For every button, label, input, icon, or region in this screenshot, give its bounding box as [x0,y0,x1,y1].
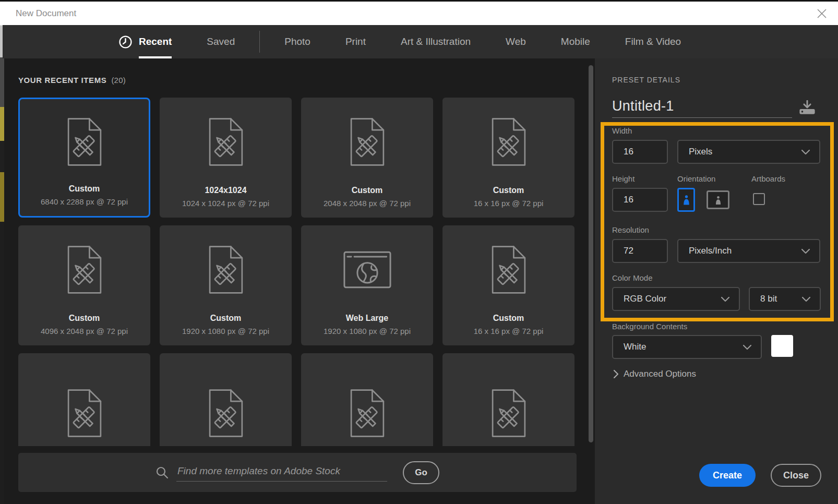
template-name: Custom [493,186,524,195]
save-preset-icon[interactable] [799,100,816,115]
dialog-titlebar: New Document [0,2,838,26]
resolution-value[interactable] [624,246,655,256]
background-artifact [0,107,4,141]
template-card[interactable]: Custom 6840 x 2288 px @ 72 ppi [18,98,150,218]
height-input[interactable] [612,188,668,212]
close-button[interactable]: Close [771,464,821,487]
document-icon [63,389,106,438]
template-spec: 1920 x 1080 px @ 72 ppi [182,327,269,335]
recent-items-count: (20) [111,76,125,85]
tab-divider [259,31,260,53]
template-card[interactable]: Custom 2048 x 2048 px @ 72 ppi [301,98,433,218]
template-card[interactable]: Web Large 1920 x 1080 px @ 72 ppi [301,225,433,345]
resolution-unit-dropdown[interactable]: Pixels/Inch [677,239,820,263]
category-tabbar: Recent Saved Photo Print Art & Illustrat… [3,25,838,58]
template-name: 1024x1024 [205,186,246,195]
template-card-clipped[interactable] [442,353,574,446]
tab-web[interactable]: Web [506,25,526,58]
preset-details-heading: PRESET DETAILS [612,76,680,84]
document-icon [63,117,106,166]
document-icon [487,389,530,438]
template-card[interactable]: Custom 16 x 16 px @ 72 ppi [442,225,574,345]
go-button[interactable]: Go [403,461,439,484]
web-browser-icon [343,250,392,290]
new-document-dialog: New Document Recent Saved Photo Print Ar… [0,0,838,504]
close-icon[interactable] [814,6,830,21]
template-card[interactable]: Custom 1920 x 1080 px @ 72 ppi [160,225,292,345]
bit-depth-dropdown[interactable]: 8 bit [749,287,821,311]
advanced-options-toggle[interactable]: Advanced Options [614,369,696,379]
width-input[interactable] [612,140,668,164]
document-name-underline [612,117,792,118]
width-label: Width [612,126,632,135]
artboards-checkbox[interactable] [753,193,765,205]
tab-print[interactable]: Print [345,25,366,58]
document-icon [487,117,530,166]
adobe-stock-searchbar: Go [18,453,577,492]
color-mode-dropdown[interactable]: RGB Color [612,287,740,311]
chevron-right-icon [614,370,618,378]
background-artifact [0,222,4,504]
background-artifact [0,57,4,107]
chevron-down-icon [743,345,751,350]
template-name: Web Large [346,314,389,322]
template-spec: 16 x 16 px @ 72 ppi [474,327,544,335]
template-card[interactable]: 1024x1024 1024 x 1024 px @ 72 ppi [160,98,292,218]
background-artifact [0,141,4,172]
template-card[interactable]: Custom 16 x 16 px @ 72 ppi [442,98,574,218]
document-icon [63,245,106,294]
template-card-clipped[interactable] [18,353,150,446]
color-mode-label: Color Mode [612,273,653,282]
tab-art-illustration[interactable]: Art & Illustration [401,25,471,58]
tab-photo[interactable]: Photo [284,25,310,58]
template-card-clipped[interactable] [160,353,292,446]
chevron-down-icon [801,249,810,254]
tab-recent[interactable]: Recent [119,25,172,58]
resolution-input[interactable] [612,239,668,263]
template-name: Custom [69,185,100,193]
template-spec: 1024 x 1024 px @ 72 ppi [182,199,269,207]
tab-mobile[interactable]: Mobile [561,25,590,58]
orientation-label: Orientation [677,174,715,183]
document-name-field[interactable]: Untitled-1 [612,98,674,114]
template-grid: Custom 6840 x 2288 px @ 72 ppi 1024x1024… [18,98,581,446]
create-button[interactable]: Create [699,464,756,487]
background-contents-dropdown[interactable]: White [612,335,762,359]
search-icon [155,466,169,479]
document-icon [346,389,389,438]
template-name: Custom [69,314,100,322]
template-card-clipped[interactable] [301,353,433,446]
background-color-swatch[interactable] [771,335,793,357]
artboards-label: Artboards [751,174,785,183]
document-icon [205,389,247,438]
chevron-down-icon [721,297,729,302]
chevron-down-icon [802,297,810,302]
document-icon [487,245,530,294]
chevron-down-icon [801,150,810,154]
search-input[interactable] [176,463,387,482]
document-icon [205,245,247,294]
width-value[interactable] [624,147,655,157]
background-artifact [0,172,4,222]
template-spec: 4096 x 2048 px @ 72 ppi [41,327,128,335]
portrait-icon [683,195,690,205]
orientation-landscape-button[interactable] [707,190,729,209]
width-unit-dropdown[interactable]: Pixels [677,140,820,164]
tab-saved[interactable]: Saved [207,25,235,58]
landscape-icon [715,196,722,205]
tab-label: Recent [139,36,172,47]
scrollbar-thumb[interactable] [589,65,593,442]
template-card[interactable]: Custom 4096 x 2048 px @ 72 ppi [18,225,150,345]
height-label: Height [612,174,635,183]
template-name: Custom [352,186,383,195]
template-spec: 1920 x 1080 px @ 72 ppi [324,327,411,335]
template-spec: 6840 x 2288 px @ 72 ppi [41,198,128,206]
preset-details-panel: PRESET DETAILS Untitled-1 Width Pixels H… [595,58,838,504]
template-name: Custom [493,314,524,322]
orientation-portrait-button[interactable] [677,188,695,212]
tab-film-video[interactable]: Film & Video [625,25,681,58]
recent-items-heading: YOUR RECENT ITEMS(20) [18,76,126,85]
resolution-label: Resolution [612,225,649,234]
background-contents-label: Background Contents [612,322,687,331]
height-value[interactable] [624,195,655,205]
